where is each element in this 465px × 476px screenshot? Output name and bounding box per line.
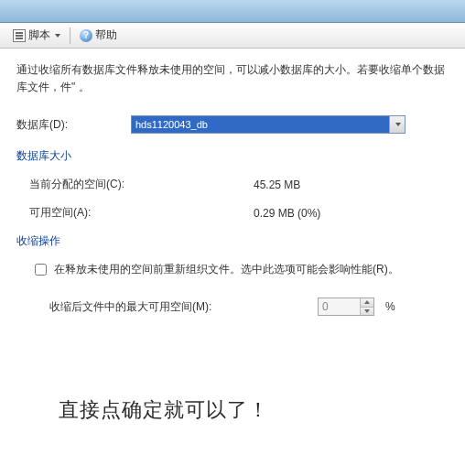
reorganize-checkbox[interactable]	[35, 264, 47, 276]
max-space-row: 收缩后文件中的最大可用空间(M): %	[49, 298, 449, 316]
chevron-down-icon	[395, 123, 401, 126]
window-titlebar	[0, 0, 465, 23]
chevron-up-icon	[364, 300, 370, 304]
dialog-content: 通过收缩所有数据库文件释放未使用的空间，可以减小数据库的大小。若要收缩单个数据库…	[0, 49, 465, 433]
database-select-button[interactable]	[389, 116, 405, 133]
database-select[interactable]: hds1120043_db	[131, 115, 406, 134]
script-menu[interactable]: 脚本	[7, 26, 66, 45]
intro-text: 通过收缩所有数据库文件释放未使用的空间，可以减小数据库的大小。若要收缩单个数据库…	[16, 61, 449, 95]
database-row: 数据库(D): hds1120043_db	[16, 115, 449, 134]
shrink-section-header: 收缩操作	[16, 233, 449, 249]
annotation-text: 直接点确定就可以了！	[59, 396, 449, 424]
script-icon	[13, 29, 26, 42]
max-space-spinner[interactable]	[318, 298, 374, 316]
spinner-up-button[interactable]	[361, 298, 373, 308]
help-menu-label: 帮助	[95, 27, 117, 43]
max-space-label: 收缩后文件中的最大可用空间(M):	[49, 299, 310, 315]
available-space-row: 可用空间(A): 0.29 MB (0%)	[29, 205, 449, 221]
percent-symbol: %	[385, 300, 395, 313]
reorganize-label: 在释放未使用的空间前重新组织文件。选中此选项可能会影响性能(R)。	[54, 262, 399, 277]
spinner-buttons	[360, 298, 373, 315]
spinner-down-button[interactable]	[361, 308, 373, 316]
help-menu[interactable]: ? 帮助	[74, 26, 123, 45]
chevron-down-icon	[364, 309, 370, 313]
size-section-header: 数据库大小	[16, 148, 449, 164]
reorganize-row: 在释放未使用的空间前重新组织文件。选中此选项可能会影响性能(R)。	[35, 262, 449, 277]
help-icon: ?	[80, 29, 92, 42]
allocated-space-label: 当前分配的空间(C):	[29, 177, 254, 192]
chevron-down-icon	[55, 34, 60, 38]
allocated-space-value: 45.25 MB	[254, 178, 300, 191]
toolbar-separator	[70, 27, 70, 44]
available-space-label: 可用空间(A):	[29, 205, 254, 221]
available-space-value: 0.29 MB (0%)	[254, 207, 320, 220]
max-space-input[interactable]	[319, 298, 360, 315]
database-label: 数据库(D):	[16, 117, 131, 133]
database-select-value: hds1120043_db	[132, 116, 389, 133]
allocated-space-row: 当前分配的空间(C): 45.25 MB	[29, 177, 449, 192]
script-menu-label: 脚本	[28, 27, 50, 43]
toolbar: 脚本 ? 帮助	[0, 23, 465, 49]
